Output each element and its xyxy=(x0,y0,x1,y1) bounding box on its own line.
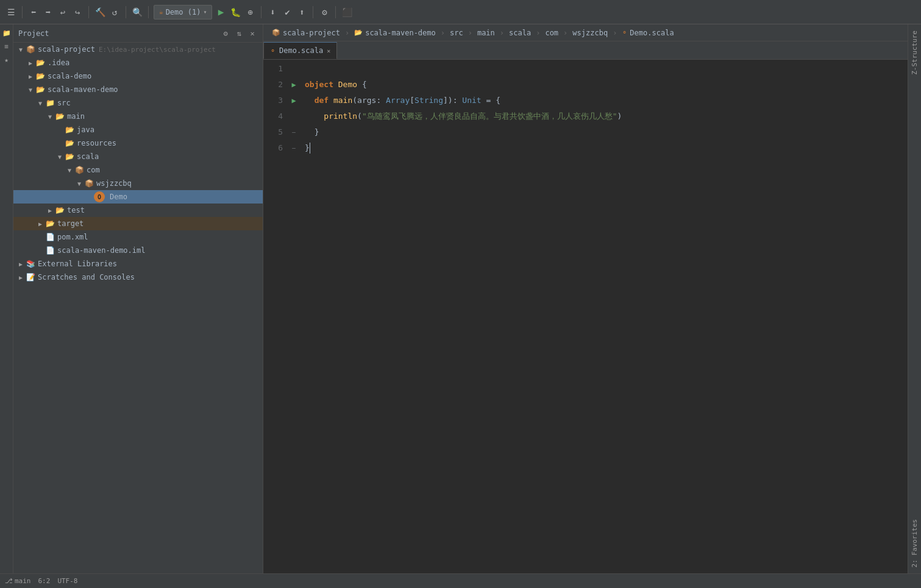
folder-icon-scala: 📂 xyxy=(65,152,74,161)
fold-icon-6[interactable]: − xyxy=(292,144,296,152)
breadcrumb-label-src: src xyxy=(450,29,463,37)
tree-item-test[interactable]: ▶ 📂 test xyxy=(13,204,263,217)
path-scala-project: E:\idea-project\scala-project xyxy=(99,46,216,54)
tab-icon-demo: ⚬ xyxy=(270,47,276,55)
separator-5 xyxy=(261,6,261,18)
encoding-item[interactable]: UTF-8 xyxy=(57,577,77,585)
label-test: test xyxy=(67,206,85,214)
breadcrumb-scala-project[interactable]: 📦 scala-project xyxy=(268,27,344,38)
tree-item-com[interactable]: ▼ 📦 com xyxy=(13,163,263,177)
breadcrumb-scala-maven-demo[interactable]: 📂 scala-maven-demo xyxy=(350,27,439,38)
project-tree: ▼ 📦 scala-project E:\idea-project\scala-… xyxy=(13,43,263,573)
tree-item-resources[interactable]: ▶ 📂 resources xyxy=(13,136,263,150)
class-icon-demo: O xyxy=(94,191,105,202)
tree-item-scala[interactable]: ▼ 📂 scala xyxy=(13,150,263,163)
tab-demo-scala[interactable]: ⚬ Demo.scala ✕ xyxy=(263,42,337,59)
breadcrumb: 📦 scala-project › 📂 scala-maven-demo › s… xyxy=(263,24,908,41)
tree-item-demo[interactable]: ▶ O Demo xyxy=(13,190,263,204)
fold-icon-5[interactable]: − xyxy=(292,129,296,136)
tree-item-main[interactable]: ▼ 📂 main xyxy=(13,110,263,123)
brace-close-5: } xyxy=(315,126,319,139)
breadcrumb-wsjzzcbq[interactable]: wsjzzcbq xyxy=(569,27,611,38)
label-scala-project: scala-project xyxy=(38,45,95,54)
label-resources: resources xyxy=(77,139,116,147)
back-icon[interactable]: ⬅ xyxy=(27,6,40,18)
tree-item-java[interactable]: ▶ 📂 java xyxy=(13,123,263,136)
settings-icon[interactable]: ⚙ xyxy=(318,6,330,18)
menu-icon[interactable]: ☰ xyxy=(5,6,17,18)
structure-icon[interactable]: ≡ xyxy=(1,40,13,52)
tree-item-src[interactable]: ▼ 📁 src xyxy=(13,96,263,110)
fn-println: println xyxy=(324,110,357,123)
folder-icon-scala-maven-demo: 📂 xyxy=(35,85,45,94)
git-push-icon[interactable]: ⬆ xyxy=(296,6,308,18)
tab-close-demo[interactable]: ✕ xyxy=(327,48,330,54)
tree-item-idea[interactable]: ▶ 📂 .idea xyxy=(13,56,263,69)
run-config-dropdown[interactable]: ☕ Demo (1) ▾ xyxy=(154,5,212,19)
colon-type: : xyxy=(453,94,463,107)
tree-item-wsjzzcbq[interactable]: ▼ 📦 wsjzzcbq xyxy=(13,177,263,190)
favorites-panel-label[interactable]: 2: Favorites xyxy=(911,515,919,571)
line-col-label: 6:2 xyxy=(38,577,51,585)
tree-item-pom[interactable]: ▶ 📄 pom.xml xyxy=(13,230,263,244)
git-commit-icon[interactable]: ✔ xyxy=(281,6,293,18)
tree-item-external-libs[interactable]: ▶ 📚 External Libraries xyxy=(13,257,263,271)
line-col-item: 6:2 xyxy=(38,577,51,585)
breadcrumb-demoscala[interactable]: ⚬ Demo.scala xyxy=(618,27,677,38)
arrow-scala-maven-demo: ▼ xyxy=(26,87,35,93)
code-line-6: } xyxy=(305,140,903,156)
code-content[interactable]: object Demo { def main ( args : Array xyxy=(300,60,908,573)
git-update-icon[interactable]: ⬇ xyxy=(266,6,279,18)
arrow-main: ▼ xyxy=(45,113,55,120)
project-panel-icon[interactable]: 📁 xyxy=(1,27,13,39)
classname-demo: Demo xyxy=(338,79,357,91)
build-icon[interactable]: 🔨 xyxy=(94,6,106,18)
structure-panel-label[interactable]: Z-Structure xyxy=(911,27,919,79)
tree-item-target[interactable]: ▶ 📂 target xyxy=(13,217,263,230)
search-everywhere-icon[interactable]: 🔍 xyxy=(131,6,143,18)
code-editor[interactable]: 1 2 3 4 5 6 ▶ ▶ − xyxy=(263,60,908,573)
hide-sidebar-icon[interactable]: ✕ xyxy=(247,28,258,39)
forward-icon[interactable]: ➡ xyxy=(42,6,54,18)
gutter-5[interactable]: − xyxy=(288,124,300,140)
package-icon-wsjzzcbq: 📦 xyxy=(84,179,94,188)
redo-icon[interactable]: ↪ xyxy=(71,6,84,18)
bracket-open: [ xyxy=(410,94,414,107)
gutter-6[interactable]: − xyxy=(288,140,300,156)
tree-item-iml[interactable]: ▶ 📄 scala-maven-demo.iml xyxy=(13,244,263,257)
gutter-3[interactable]: ▶ xyxy=(288,93,300,108)
sync-icon[interactable]: ↺ xyxy=(108,6,121,18)
run-button[interactable]: ▶ xyxy=(215,6,227,18)
tree-item-scala-maven-demo[interactable]: ▼ 📂 scala-maven-demo xyxy=(13,83,263,96)
tree-item-scala-project[interactable]: ▼ 📦 scala-project E:\idea-project\scala-… xyxy=(13,43,263,56)
expand-all-icon[interactable]: ⇅ xyxy=(233,28,244,39)
bookmark-icon[interactable]: ★ xyxy=(1,54,13,66)
undo-icon[interactable]: ↩ xyxy=(57,6,69,18)
breadcrumb-src[interactable]: src xyxy=(446,27,467,38)
run-arrow-3[interactable]: ▶ xyxy=(291,96,296,105)
stop-icon[interactable]: ⬛ xyxy=(341,6,353,18)
label-idea: .idea xyxy=(48,58,69,67)
line-num-3: 3 xyxy=(263,93,283,108)
debug-button[interactable]: 🐛 xyxy=(229,6,241,18)
breadcrumb-com[interactable]: com xyxy=(541,27,562,38)
breadcrumb-scala[interactable]: scala xyxy=(505,27,535,38)
settings-layout-icon[interactable]: ⚙ xyxy=(220,28,231,39)
paren-open-4: ( xyxy=(357,110,362,123)
coverage-button[interactable]: ⊕ xyxy=(244,6,256,18)
folder-icon-main: 📂 xyxy=(55,112,65,121)
gutter-2[interactable]: ▶ xyxy=(288,77,300,93)
tree-item-scratches[interactable]: ▶ 📝 Scratches and Consoles xyxy=(13,271,263,284)
run-arrow-2[interactable]: ▶ xyxy=(291,80,296,89)
breadcrumb-label-scala-maven-demo: scala-maven-demo xyxy=(365,29,436,37)
tree-item-scala-demo[interactable]: ▶ 📂 scala-demo xyxy=(13,69,263,83)
package-icon-com: 📦 xyxy=(74,165,84,175)
git-branch-item[interactable]: ⎇ main xyxy=(5,577,31,585)
arrow-scala: ▼ xyxy=(55,154,65,160)
git-icon: ⎇ xyxy=(5,577,13,585)
line-num-2: 2 xyxy=(263,77,283,93)
label-iml: scala-maven-demo.iml xyxy=(57,246,146,255)
breadcrumb-main[interactable]: main xyxy=(474,27,499,38)
gutter-4 xyxy=(288,108,300,124)
indent-5 xyxy=(305,126,315,139)
